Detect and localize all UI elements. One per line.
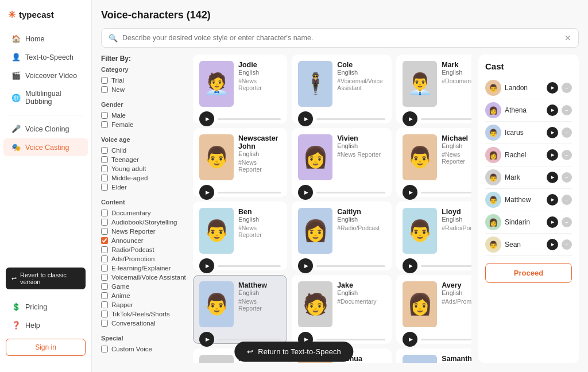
- filter-checkbox-trial[interactable]: [101, 77, 108, 84]
- char-card-jake[interactable]: 🧑JakeEnglish#Documentary: [292, 275, 392, 344]
- char-play-lloyd[interactable]: [403, 258, 417, 273]
- sidebar-item-help[interactable]: ❓ Help: [3, 316, 88, 334]
- cast-remove-rachel[interactable]: −: [562, 150, 572, 160]
- sign-in-button[interactable]: Sign in: [6, 339, 86, 356]
- char-card-matthew[interactable]: 👨MatthewEnglish#News Reporter: [193, 275, 287, 344]
- cast-remove-mark[interactable]: −: [562, 172, 572, 183]
- filter-checkbox-radio[interactable]: [101, 246, 108, 253]
- cast-remove-sindarin[interactable]: −: [562, 217, 572, 227]
- filter-item-game[interactable]: Game: [101, 282, 186, 291]
- filter-checkbox-child[interactable]: [101, 147, 108, 154]
- char-play-michael[interactable]: [403, 185, 417, 200]
- filter-checkbox-teenager[interactable]: [101, 156, 108, 163]
- filter-checkbox-announcer[interactable]: [101, 237, 108, 244]
- cast-play-athena[interactable]: [547, 104, 558, 116]
- cast-play-sindarin[interactable]: [547, 216, 558, 228]
- revert-button[interactable]: ↩ Revert to classic version: [6, 268, 86, 289]
- filter-item-teenager[interactable]: Teenager: [101, 155, 186, 164]
- filter-item-child[interactable]: Child: [101, 146, 186, 155]
- char-play-vivien[interactable]: [298, 185, 313, 200]
- cast-play-matthew[interactable]: [547, 194, 558, 206]
- char-play-caitlyn[interactable]: [298, 258, 313, 273]
- filter-item-news-reporter[interactable]: News Reporter: [101, 227, 186, 236]
- filter-item-voicemail[interactable]: Voicemail/Voice Assistant: [101, 273, 186, 282]
- filter-checkbox-young-adult[interactable]: [101, 165, 108, 172]
- filter-item-male[interactable]: Male: [101, 111, 186, 120]
- char-play-cole[interactable]: [298, 111, 313, 126]
- filter-item-anime[interactable]: Anime: [101, 291, 186, 300]
- bottom-bar[interactable]: ↩ Return to Text-to-Speech: [234, 342, 353, 362]
- filter-item-trial[interactable]: Trial: [101, 76, 186, 85]
- filter-checkbox-news-reporter[interactable]: [101, 228, 108, 235]
- char-card-ben[interactable]: 👨BenEnglish#News Reporter: [193, 202, 287, 270]
- filter-checkbox-new[interactable]: [101, 86, 108, 93]
- filter-item-audiobook[interactable]: Audiobook/Storytelling: [101, 218, 186, 227]
- search-clear-button[interactable]: ✕: [564, 33, 571, 42]
- filter-checkbox-female[interactable]: [101, 121, 108, 128]
- cast-remove-sean[interactable]: −: [562, 239, 572, 250]
- char-card-mark[interactable]: 👨‍💼MarkEnglish#Documentary: [396, 55, 471, 123]
- filter-item-conversational[interactable]: Conversational: [101, 319, 186, 328]
- cast-remove-athena[interactable]: −: [562, 105, 572, 115]
- filter-item-new[interactable]: New: [101, 85, 186, 94]
- char-card-michael[interactable]: 👨MichaelEnglish#News Reporter: [396, 128, 471, 197]
- filter-checkbox-anime[interactable]: [101, 292, 108, 299]
- filter-item-announcer[interactable]: Announcer: [101, 236, 186, 245]
- filter-checkbox-custom[interactable]: [101, 346, 108, 352]
- filter-item-custom[interactable]: Custom Voice: [101, 344, 186, 354]
- cast-play-sean[interactable]: [547, 239, 558, 250]
- cast-play-landon[interactable]: [547, 82, 558, 94]
- filter-checkbox-male[interactable]: [101, 112, 108, 119]
- char-play-ben[interactable]: [199, 258, 214, 273]
- filter-item-middle-aged[interactable]: Middle-aged: [101, 173, 186, 183]
- filter-item-young-adult[interactable]: Young adult: [101, 164, 186, 173]
- cast-play-rachel[interactable]: [547, 149, 558, 161]
- char-card-lloyd[interactable]: 👨LloydEnglish#Radio/Podcast: [396, 202, 471, 270]
- filter-checkbox-voicemail[interactable]: [101, 274, 108, 281]
- sidebar-item-multilingual[interactable]: 🌐 Multilingual Dubbing: [3, 85, 88, 110]
- filter-checkbox-ads[interactable]: [101, 255, 108, 262]
- sidebar-item-home[interactable]: 🏠 Home: [3, 30, 88, 48]
- filter-item-ads[interactable]: Ads/Promotion: [101, 254, 186, 264]
- filter-item-elearning[interactable]: E-learning/Explainer: [101, 264, 186, 273]
- filter-checkbox-documentary[interactable]: [101, 210, 108, 216]
- filter-checkbox-rapper[interactable]: [101, 301, 108, 308]
- sidebar-item-casting[interactable]: 🎭 Voice Casting: [3, 138, 88, 156]
- filter-checkbox-elder[interactable]: [101, 184, 108, 191]
- char-play-newscaster-john[interactable]: [199, 185, 214, 200]
- cast-play-mark[interactable]: [547, 172, 558, 183]
- char-card-cole[interactable]: 🕴ColeEnglish#Voicemail/Voice Assistant: [292, 55, 392, 123]
- char-card-samantha[interactable]: 👩SamanthaEnglish#News Reporter: [396, 348, 471, 363]
- char-card-caitlyn[interactable]: 👩CaitlynEnglish#Radio/Podcast: [292, 202, 392, 270]
- sidebar-item-voiceover[interactable]: 🎬 Voiceover Video: [3, 67, 88, 84]
- cast-play-icarus[interactable]: [547, 127, 558, 138]
- filter-checkbox-tiktok[interactable]: [101, 311, 108, 317]
- cast-remove-matthew[interactable]: −: [562, 195, 572, 205]
- filter-item-radio[interactable]: Radio/Podcast: [101, 245, 186, 254]
- filter-item-documentary[interactable]: Documentary: [101, 208, 186, 218]
- filter-checkbox-conversational[interactable]: [101, 320, 108, 327]
- sidebar-item-pricing[interactable]: 💲 Pricing: [3, 298, 88, 316]
- cast-remove-landon[interactable]: −: [562, 83, 572, 93]
- filter-checkbox-game[interactable]: [101, 283, 108, 290]
- sidebar-item-cloning[interactable]: 🎤 Voice Cloning: [3, 120, 88, 138]
- char-play-avery[interactable]: [403, 332, 417, 347]
- filter-checkbox-audiobook[interactable]: [101, 219, 108, 226]
- proceed-button[interactable]: Proceed: [485, 263, 572, 283]
- search-input[interactable]: [122, 34, 560, 42]
- filter-checkbox-middle-aged[interactable]: [101, 175, 108, 181]
- char-play-jodie[interactable]: [199, 111, 214, 126]
- char-card-vivien[interactable]: 👩VivienEnglish#News Reporter: [292, 128, 392, 197]
- filter-item-rapper[interactable]: Rapper: [101, 300, 186, 309]
- char-card-avery[interactable]: 👩AveryEnglish#Ads/Promotion: [396, 275, 471, 344]
- char-card-jodie[interactable]: 🧑‍💼JodieEnglish#News Reporter: [193, 55, 287, 123]
- filter-item-elder[interactable]: Elder: [101, 183, 186, 192]
- filter-item-female[interactable]: Female: [101, 120, 186, 129]
- filter-item-tiktok[interactable]: TikTok/Reels/Shorts: [101, 309, 186, 319]
- cast-remove-icarus[interactable]: −: [562, 127, 572, 138]
- char-play-matthew[interactable]: [199, 332, 214, 347]
- char-play-mark[interactable]: [403, 111, 417, 126]
- filter-checkbox-elearning[interactable]: [101, 265, 108, 272]
- char-card-newscaster-john[interactable]: 👨Newscaster JohnEnglish#News Reporter: [193, 128, 287, 197]
- sidebar-item-tts[interactable]: 👤 Text-to-Speech: [3, 48, 88, 66]
